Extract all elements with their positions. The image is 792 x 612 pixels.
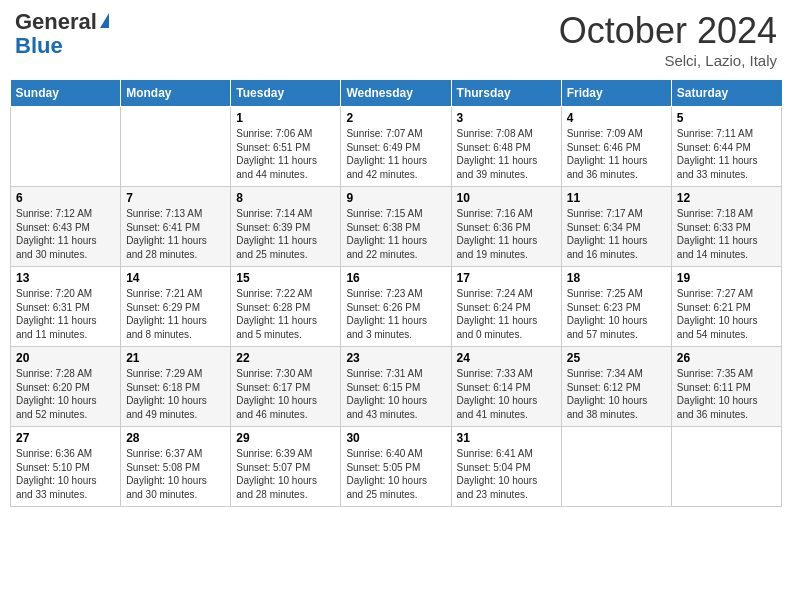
- calendar-cell: 6Sunrise: 7:12 AMSunset: 6:43 PMDaylight…: [11, 187, 121, 267]
- calendar-cell: 5Sunrise: 7:11 AMSunset: 6:44 PMDaylight…: [671, 107, 781, 187]
- day-info: Sunrise: 7:17 AMSunset: 6:34 PMDaylight:…: [567, 207, 666, 261]
- logo: General Blue: [15, 10, 109, 58]
- day-info: Sunrise: 7:33 AMSunset: 6:14 PMDaylight:…: [457, 367, 556, 421]
- day-info: Sunrise: 7:28 AMSunset: 6:20 PMDaylight:…: [16, 367, 115, 421]
- day-info: Sunrise: 7:21 AMSunset: 6:29 PMDaylight:…: [126, 287, 225, 341]
- location: Selci, Lazio, Italy: [559, 52, 777, 69]
- month-title: October 2024: [559, 10, 777, 52]
- calendar-cell: 31Sunrise: 6:41 AMSunset: 5:04 PMDayligh…: [451, 427, 561, 507]
- day-number: 17: [457, 271, 556, 285]
- day-header-friday: Friday: [561, 80, 671, 107]
- day-info: Sunrise: 7:06 AMSunset: 6:51 PMDaylight:…: [236, 127, 335, 181]
- calendar-cell: 24Sunrise: 7:33 AMSunset: 6:14 PMDayligh…: [451, 347, 561, 427]
- day-info: Sunrise: 7:20 AMSunset: 6:31 PMDaylight:…: [16, 287, 115, 341]
- calendar-cell: 25Sunrise: 7:34 AMSunset: 6:12 PMDayligh…: [561, 347, 671, 427]
- calendar-cell: 10Sunrise: 7:16 AMSunset: 6:36 PMDayligh…: [451, 187, 561, 267]
- calendar-cell: [121, 107, 231, 187]
- day-info: Sunrise: 7:11 AMSunset: 6:44 PMDaylight:…: [677, 127, 776, 181]
- calendar-cell: 16Sunrise: 7:23 AMSunset: 6:26 PMDayligh…: [341, 267, 451, 347]
- week-row-3: 13Sunrise: 7:20 AMSunset: 6:31 PMDayligh…: [11, 267, 782, 347]
- calendar-cell: 11Sunrise: 7:17 AMSunset: 6:34 PMDayligh…: [561, 187, 671, 267]
- day-number: 15: [236, 271, 335, 285]
- day-info: Sunrise: 7:30 AMSunset: 6:17 PMDaylight:…: [236, 367, 335, 421]
- day-number: 3: [457, 111, 556, 125]
- day-number: 7: [126, 191, 225, 205]
- day-info: Sunrise: 7:34 AMSunset: 6:12 PMDaylight:…: [567, 367, 666, 421]
- day-info: Sunrise: 7:08 AMSunset: 6:48 PMDaylight:…: [457, 127, 556, 181]
- calendar-cell: 7Sunrise: 7:13 AMSunset: 6:41 PMDaylight…: [121, 187, 231, 267]
- calendar-cell: 18Sunrise: 7:25 AMSunset: 6:23 PMDayligh…: [561, 267, 671, 347]
- day-number: 30: [346, 431, 445, 445]
- day-info: Sunrise: 7:27 AMSunset: 6:21 PMDaylight:…: [677, 287, 776, 341]
- day-header-sunday: Sunday: [11, 80, 121, 107]
- calendar-cell: [561, 427, 671, 507]
- day-number: 23: [346, 351, 445, 365]
- day-number: 31: [457, 431, 556, 445]
- day-number: 27: [16, 431, 115, 445]
- day-number: 24: [457, 351, 556, 365]
- calendar-table: SundayMondayTuesdayWednesdayThursdayFrid…: [10, 79, 782, 507]
- calendar-cell: 19Sunrise: 7:27 AMSunset: 6:21 PMDayligh…: [671, 267, 781, 347]
- day-info: Sunrise: 7:14 AMSunset: 6:39 PMDaylight:…: [236, 207, 335, 261]
- day-number: 5: [677, 111, 776, 125]
- calendar-cell: 29Sunrise: 6:39 AMSunset: 5:07 PMDayligh…: [231, 427, 341, 507]
- calendar-cell: 4Sunrise: 7:09 AMSunset: 6:46 PMDaylight…: [561, 107, 671, 187]
- day-info: Sunrise: 6:40 AMSunset: 5:05 PMDaylight:…: [346, 447, 445, 501]
- day-number: 14: [126, 271, 225, 285]
- week-row-4: 20Sunrise: 7:28 AMSunset: 6:20 PMDayligh…: [11, 347, 782, 427]
- calendar-cell: 23Sunrise: 7:31 AMSunset: 6:15 PMDayligh…: [341, 347, 451, 427]
- header-row: SundayMondayTuesdayWednesdayThursdayFrid…: [11, 80, 782, 107]
- calendar-cell: 15Sunrise: 7:22 AMSunset: 6:28 PMDayligh…: [231, 267, 341, 347]
- week-row-2: 6Sunrise: 7:12 AMSunset: 6:43 PMDaylight…: [11, 187, 782, 267]
- calendar-cell: 20Sunrise: 7:28 AMSunset: 6:20 PMDayligh…: [11, 347, 121, 427]
- day-number: 8: [236, 191, 335, 205]
- day-number: 20: [16, 351, 115, 365]
- day-number: 13: [16, 271, 115, 285]
- day-info: Sunrise: 7:31 AMSunset: 6:15 PMDaylight:…: [346, 367, 445, 421]
- day-number: 21: [126, 351, 225, 365]
- logo-blue: Blue: [15, 34, 63, 58]
- day-number: 6: [16, 191, 115, 205]
- day-info: Sunrise: 7:23 AMSunset: 6:26 PMDaylight:…: [346, 287, 445, 341]
- calendar-cell: 13Sunrise: 7:20 AMSunset: 6:31 PMDayligh…: [11, 267, 121, 347]
- day-info: Sunrise: 6:36 AMSunset: 5:10 PMDaylight:…: [16, 447, 115, 501]
- day-header-monday: Monday: [121, 80, 231, 107]
- day-info: Sunrise: 7:12 AMSunset: 6:43 PMDaylight:…: [16, 207, 115, 261]
- calendar-cell: 26Sunrise: 7:35 AMSunset: 6:11 PMDayligh…: [671, 347, 781, 427]
- calendar-cell: 2Sunrise: 7:07 AMSunset: 6:49 PMDaylight…: [341, 107, 451, 187]
- calendar-cell: 28Sunrise: 6:37 AMSunset: 5:08 PMDayligh…: [121, 427, 231, 507]
- day-info: Sunrise: 7:18 AMSunset: 6:33 PMDaylight:…: [677, 207, 776, 261]
- calendar-cell: [671, 427, 781, 507]
- logo-general: General: [15, 10, 109, 34]
- day-info: Sunrise: 7:07 AMSunset: 6:49 PMDaylight:…: [346, 127, 445, 181]
- calendar-cell: 9Sunrise: 7:15 AMSunset: 6:38 PMDaylight…: [341, 187, 451, 267]
- day-header-wednesday: Wednesday: [341, 80, 451, 107]
- day-number: 29: [236, 431, 335, 445]
- day-header-thursday: Thursday: [451, 80, 561, 107]
- calendar-cell: 3Sunrise: 7:08 AMSunset: 6:48 PMDaylight…: [451, 107, 561, 187]
- calendar-cell: 12Sunrise: 7:18 AMSunset: 6:33 PMDayligh…: [671, 187, 781, 267]
- day-number: 9: [346, 191, 445, 205]
- day-number: 1: [236, 111, 335, 125]
- day-info: Sunrise: 7:25 AMSunset: 6:23 PMDaylight:…: [567, 287, 666, 341]
- day-info: Sunrise: 7:09 AMSunset: 6:46 PMDaylight:…: [567, 127, 666, 181]
- day-number: 25: [567, 351, 666, 365]
- day-info: Sunrise: 6:37 AMSunset: 5:08 PMDaylight:…: [126, 447, 225, 501]
- day-number: 2: [346, 111, 445, 125]
- day-number: 11: [567, 191, 666, 205]
- day-info: Sunrise: 7:22 AMSunset: 6:28 PMDaylight:…: [236, 287, 335, 341]
- day-info: Sunrise: 6:39 AMSunset: 5:07 PMDaylight:…: [236, 447, 335, 501]
- week-row-1: 1Sunrise: 7:06 AMSunset: 6:51 PMDaylight…: [11, 107, 782, 187]
- page-header: General Blue October 2024 Selci, Lazio, …: [10, 10, 782, 69]
- day-info: Sunrise: 7:29 AMSunset: 6:18 PMDaylight:…: [126, 367, 225, 421]
- day-number: 12: [677, 191, 776, 205]
- day-number: 4: [567, 111, 666, 125]
- calendar-cell: 17Sunrise: 7:24 AMSunset: 6:24 PMDayligh…: [451, 267, 561, 347]
- calendar-cell: 21Sunrise: 7:29 AMSunset: 6:18 PMDayligh…: [121, 347, 231, 427]
- day-info: Sunrise: 7:35 AMSunset: 6:11 PMDaylight:…: [677, 367, 776, 421]
- week-row-5: 27Sunrise: 6:36 AMSunset: 5:10 PMDayligh…: [11, 427, 782, 507]
- day-number: 16: [346, 271, 445, 285]
- calendar-cell: 27Sunrise: 6:36 AMSunset: 5:10 PMDayligh…: [11, 427, 121, 507]
- calendar-cell: 30Sunrise: 6:40 AMSunset: 5:05 PMDayligh…: [341, 427, 451, 507]
- day-info: Sunrise: 7:13 AMSunset: 6:41 PMDaylight:…: [126, 207, 225, 261]
